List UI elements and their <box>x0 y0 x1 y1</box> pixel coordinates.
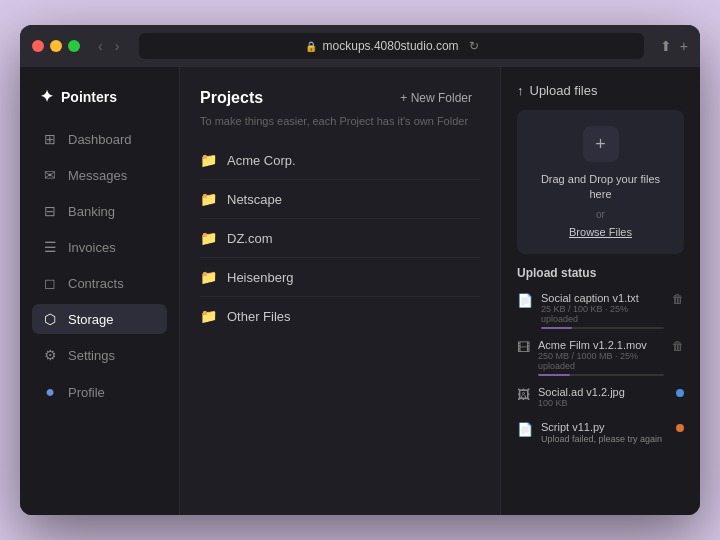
sidebar-item-label: Profile <box>68 385 105 400</box>
upload-header: ↑ Upload files <box>517 83 684 98</box>
share-button[interactable]: ⬆ <box>660 38 672 54</box>
sidebar-item-banking[interactable]: ⊟ Banking <box>32 196 167 226</box>
upload-item-0: 📄 Social caption v1.txt 25 KB / 100 KB ·… <box>517 292 684 329</box>
dashboard-icon: ⊞ <box>42 131 58 147</box>
file-icon: 📄 <box>517 293 533 308</box>
folder-icon: 📁 <box>200 152 217 168</box>
contracts-icon: ◻ <box>42 275 58 291</box>
main-content: Projects + New Folder To make things eas… <box>180 67 500 515</box>
logo: ✦ Pointers <box>32 83 167 118</box>
upload-item-info: Script v11.py Upload failed, please try … <box>541 421 668 444</box>
reload-button[interactable]: ↻ <box>469 39 479 53</box>
address-bar[interactable]: 🔒 mockups.4080studio.com ↻ <box>139 33 643 59</box>
upload-size: 25 KB / 100 KB · 25% uploaded <box>541 304 664 324</box>
folder-name: DZ.com <box>227 231 273 246</box>
sidebar-item-label: Messages <box>68 168 127 183</box>
sidebar-item-dashboard[interactable]: ⊞ Dashboard <box>32 124 167 154</box>
upload-item-info: Social caption v1.txt 25 KB / 100 KB · 2… <box>541 292 664 329</box>
upload-filename: Social caption v1.txt <box>541 292 664 304</box>
sidebar-item-label: Contracts <box>68 276 124 291</box>
upload-size: 100 KB <box>538 398 668 408</box>
progress-fill <box>538 374 570 376</box>
upload-filename: Acme Film v1.2.1.mov <box>538 339 664 351</box>
forward-button[interactable]: › <box>111 36 124 56</box>
sidebar-item-settings[interactable]: ⚙ Settings <box>32 340 167 370</box>
upload-items: 📄 Social caption v1.txt 25 KB / 100 KB ·… <box>517 292 684 444</box>
folder-item-1[interactable]: 📁 Netscape <box>200 180 480 219</box>
folder-item-3[interactable]: 📁 Heisenberg <box>200 258 480 297</box>
banking-icon: ⊟ <box>42 203 58 219</box>
delete-button[interactable]: 🗑 <box>672 292 684 306</box>
url-text: mockups.4080studio.com <box>323 39 459 53</box>
settings-icon: ⚙ <box>42 347 58 363</box>
upload-size: 250 MB / 1000 MB · 25% uploaded <box>538 351 664 371</box>
or-text: or <box>596 209 605 220</box>
logo-icon: ✦ <box>40 87 53 106</box>
folder-item-4[interactable]: 📁 Other Files <box>200 297 480 335</box>
browser-titlebar: ‹ › 🔒 mockups.4080studio.com ↻ ⬆ + <box>20 25 700 67</box>
folder-item-2[interactable]: 📁 DZ.com <box>200 219 480 258</box>
projects-subtitle: To make things easier, each Project has … <box>200 115 480 127</box>
close-button[interactable] <box>32 40 44 52</box>
upload-plus-icon: + <box>583 126 619 162</box>
sidebar-item-label: Invoices <box>68 240 116 255</box>
file-icon: 🎞 <box>517 340 530 355</box>
folder-icon: 📁 <box>200 308 217 324</box>
upload-item-3: 📄 Script v11.py Upload failed, please tr… <box>517 421 684 444</box>
sidebar-item-profile[interactable]: ● Profile <box>32 376 167 408</box>
file-icon: 📄 <box>517 422 533 437</box>
minimize-button[interactable] <box>50 40 62 52</box>
progress-fill <box>541 327 572 329</box>
folder-item-0[interactable]: 📁 Acme Corp. <box>200 141 480 180</box>
progress-bar <box>538 374 664 376</box>
new-folder-button[interactable]: + New Folder <box>392 87 480 109</box>
folder-icon: 📁 <box>200 191 217 207</box>
main-header: Projects + New Folder <box>200 87 480 109</box>
browse-files-link[interactable]: Browse Files <box>569 226 632 238</box>
maximize-button[interactable] <box>68 40 80 52</box>
sidebar-item-storage[interactable]: ⬡ Storage <box>32 304 167 334</box>
sidebar-item-label: Banking <box>68 204 115 219</box>
upload-error-text: Upload failed, please try again <box>541 434 668 444</box>
folder-name: Netscape <box>227 192 282 207</box>
messages-icon: ✉ <box>42 167 58 183</box>
sidebar-item-label: Storage <box>68 312 114 327</box>
back-button[interactable]: ‹ <box>94 36 107 56</box>
profile-icon: ● <box>42 383 58 401</box>
upload-dropzone[interactable]: + Drag and Drop your files here or Brows… <box>517 110 684 254</box>
sidebar-item-label: Settings <box>68 348 115 363</box>
upload-header-icon: ↑ <box>517 83 524 98</box>
folder-name: Heisenberg <box>227 270 294 285</box>
browser-window: ‹ › 🔒 mockups.4080studio.com ↻ ⬆ + ✦ Poi… <box>20 25 700 515</box>
new-tab-button[interactable]: + <box>680 38 688 54</box>
invoices-icon: ☰ <box>42 239 58 255</box>
upload-item-info: Acme Film v1.2.1.mov 250 MB / 1000 MB · … <box>538 339 664 376</box>
sidebar: ✦ Pointers ⊞ Dashboard ✉ Messages ⊟ Bank… <box>20 67 180 515</box>
nav-buttons: ‹ › <box>94 36 123 56</box>
app-content: ✦ Pointers ⊞ Dashboard ✉ Messages ⊟ Bank… <box>20 67 700 515</box>
sidebar-item-contracts[interactable]: ◻ Contracts <box>32 268 167 298</box>
status-dot-complete <box>676 389 684 397</box>
delete-button[interactable]: 🗑 <box>672 339 684 353</box>
progress-bar <box>541 327 664 329</box>
storage-icon: ⬡ <box>42 311 58 327</box>
file-icon: 🖼 <box>517 387 530 402</box>
upload-header-label: Upload files <box>530 83 598 98</box>
folder-icon: 📁 <box>200 230 217 246</box>
upload-filename: Script v11.py <box>541 421 668 433</box>
sidebar-item-messages[interactable]: ✉ Messages <box>32 160 167 190</box>
upload-status-title: Upload status <box>517 266 684 280</box>
upload-item-2: 🖼 Social.ad v1.2.jpg 100 KB <box>517 386 684 411</box>
folder-list: 📁 Acme Corp. 📁 Netscape 📁 DZ.com 📁 Heise… <box>200 141 480 335</box>
right-panel: ↑ Upload files + Drag and Drop your file… <box>500 67 700 515</box>
sidebar-item-label: Dashboard <box>68 132 132 147</box>
lock-icon: 🔒 <box>305 41 317 52</box>
logo-label: Pointers <box>61 89 117 105</box>
folder-icon: 📁 <box>200 269 217 285</box>
folder-name: Acme Corp. <box>227 153 296 168</box>
status-dot-failed <box>676 424 684 432</box>
drop-text: Drag and Drop your files here <box>529 172 672 203</box>
page-title: Projects <box>200 89 263 107</box>
toolbar-right: ⬆ + <box>660 38 688 54</box>
sidebar-item-invoices[interactable]: ☰ Invoices <box>32 232 167 262</box>
